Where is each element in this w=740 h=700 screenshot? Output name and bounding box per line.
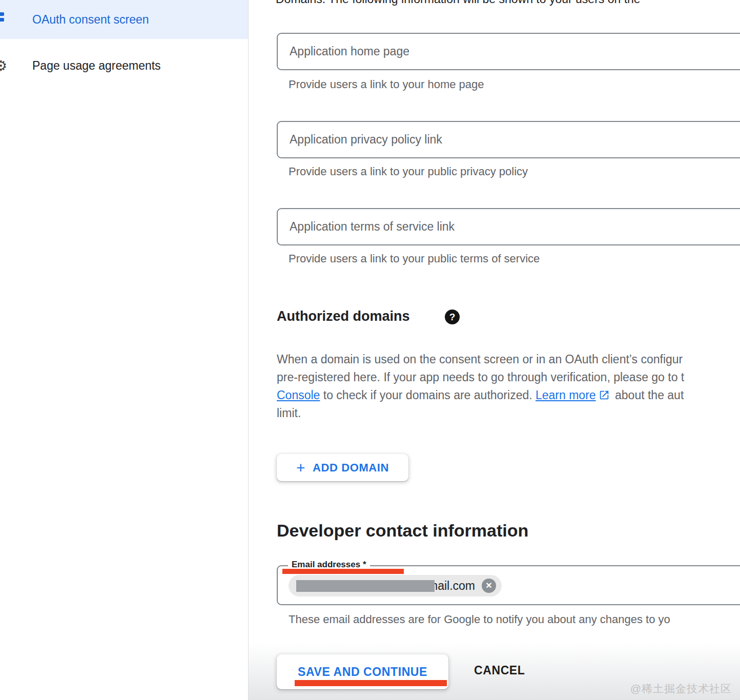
save-button-label: SAVE AND CONTINUE — [298, 665, 427, 678]
description-line: When a domain is used on the consent scr… — [277, 351, 684, 368]
learn-more-link[interactable]: Learn more — [536, 388, 596, 402]
privacy-policy-helper-text: Provide users a link to your public priv… — [289, 165, 528, 178]
email-chip: mail.com ✕ — [289, 575, 502, 596]
sidebar-item-label: OAuth consent screen — [32, 13, 149, 27]
email-addresses-label: Email addresses * — [288, 560, 370, 570]
email-chip-text: mail.com — [428, 579, 475, 593]
cancel-button-label: CANCEL — [474, 664, 525, 677]
description-line: pre-registered here. If your app needs t… — [277, 368, 684, 386]
description-text: about the aut — [612, 388, 684, 402]
developer-contact-title: Developer contact information — [277, 521, 528, 541]
authorized-domains-title: Authorized domains — [277, 308, 410, 324]
plus-icon: + — [296, 459, 305, 476]
question-mark-circle-icon[interactable]: ? — [445, 310, 460, 324]
description-text: to check if your domains are authorized. — [320, 388, 536, 402]
application-home-page-field — [277, 33, 740, 70]
application-home-page-input[interactable] — [278, 34, 740, 69]
settings-sidebar: OAuth consent screen ⚙ Page usage agreem… — [0, 0, 249, 700]
sidebar-item-oauth-consent-screen[interactable]: OAuth consent screen — [0, 0, 248, 39]
save-and-continue-button[interactable]: SAVE AND CONTINUE — [277, 654, 448, 689]
description-line: Console to check if your domains are aut… — [277, 386, 684, 404]
authorized-domains-description: When a domain is used on the consent scr… — [277, 351, 684, 422]
home-page-helper-text: Provide users a link to your home page — [289, 78, 484, 91]
gear-icon: ⚙ — [0, 57, 7, 74]
chip-remove-icon[interactable]: ✕ — [482, 579, 496, 593]
terms-of-service-helper-text: Provide users a link to your public term… — [289, 252, 540, 265]
description-line: limit. — [277, 404, 684, 422]
privacy-policy-field — [277, 121, 740, 158]
cancel-button[interactable]: CANCEL — [474, 664, 525, 677]
sidebar-item-page-usage-agreements[interactable]: ⚙ Page usage agreements — [0, 46, 248, 85]
red-underline-annotation — [295, 680, 447, 686]
watermark-text: @稀土掘金技术社区 — [630, 682, 732, 696]
oauth-consent-icon — [0, 12, 4, 24]
sidebar-item-label: Page usage agreements — [32, 59, 161, 73]
terms-of-service-field — [277, 208, 740, 245]
console-link[interactable]: Console — [277, 388, 320, 402]
terms-of-service-input[interactable] — [278, 209, 740, 244]
red-highlight-annotation — [282, 569, 404, 574]
add-domain-label: ADD DOMAIN — [313, 461, 389, 474]
email-addresses-field[interactable]: Email addresses * mail.com ✕ — [277, 565, 740, 605]
clipped-intro-text: Domains. The following information will … — [276, 0, 641, 6]
open-in-new-icon[interactable] — [599, 388, 610, 399]
privacy-policy-input[interactable] — [278, 122, 740, 157]
oauth-consent-config-page: OAuth consent screen ⚙ Page usage agreem… — [0, 0, 740, 700]
redaction-bar — [296, 580, 435, 592]
add-domain-button[interactable]: +ADD DOMAIN — [277, 454, 408, 481]
email-helper-text: These email addresses are for Google to … — [289, 613, 670, 626]
